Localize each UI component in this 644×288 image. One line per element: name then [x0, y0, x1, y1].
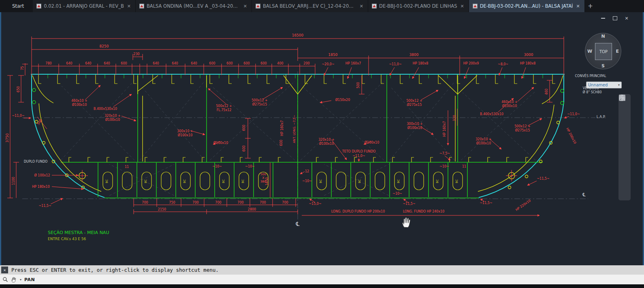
drawing-label: 8250	[100, 44, 109, 48]
drawing-label: FL.75x12	[217, 108, 232, 112]
drawing-label: ℄	[582, 192, 586, 198]
drawing-label: SEÇÃO MESTRA - MEIA NAU	[48, 230, 109, 235]
drawing-label: BC	[222, 179, 225, 183]
drawing-label: 700	[260, 201, 266, 204]
tab-close-icon[interactable]: ✕	[460, 4, 465, 9]
restore-icon[interactable]	[612, 15, 618, 21]
drawing-label: HP 180x8	[520, 62, 535, 65]
drawing-file-icon	[372, 4, 377, 9]
drawing-label: ANT. LONG. ~7,5~	[292, 115, 296, 143]
drawing-label: L.A.P.	[597, 115, 606, 119]
drawing-tab[interactable]: DE-BBJ-03-002-PLAN...AU) - BALSA JATAÍ ✕	[469, 0, 585, 12]
drawing-label: 500x12 +	[216, 104, 232, 108]
drawing-label: 700	[282, 201, 288, 204]
viewcube-west[interactable]: W	[587, 49, 592, 54]
viewcube-top-button[interactable]: TOP	[595, 43, 612, 60]
drawing-tab[interactable]: DE-BBJ-01-002-PLANO DE LINHAS ✕	[368, 0, 469, 12]
drawing-label: 2150	[158, 208, 166, 211]
tab-close-icon[interactable]: ✕	[243, 4, 248, 9]
drawing-label: B.400x530x10	[94, 107, 117, 111]
drawing-label: BC	[241, 179, 245, 183]
tab-close-icon[interactable]: ✕	[126, 4, 132, 9]
drawing-label: 320x10 +	[104, 114, 120, 118]
drawing-label: 640	[104, 62, 110, 65]
drawing-label: 600	[121, 62, 127, 65]
drawing-label: Ø100x10	[365, 140, 379, 144]
drawing-file-icon	[36, 4, 41, 9]
tab-close-icon[interactable]: ✕	[575, 4, 580, 9]
drawing-file-icon	[473, 4, 478, 9]
drawing-label: 750	[169, 201, 175, 204]
drawing-label: 600	[279, 140, 283, 146]
drawing-label: 11	[125, 165, 129, 169]
drawing-label: ~11,0~	[567, 112, 580, 116]
new-tab-button[interactable]: +	[585, 0, 596, 12]
drawing-label: 300x10 +	[407, 122, 422, 126]
drawing-label: BC	[455, 179, 458, 183]
model-space-canvas[interactable]: 1650082502301850380030007806406406406006…	[0, 12, 644, 265]
command-prompt-text: Press ESC or ENTER to exit, or right-cli…	[11, 267, 219, 273]
view-control-dropdown[interactable]: Unnamed ▾	[586, 82, 622, 88]
drawing-label: TETO DUPLO FUNDO	[342, 150, 375, 153]
status-bar: ▾ PAN	[0, 275, 644, 284]
drawing-label: 460x10 +	[501, 100, 517, 104]
drawing-label: Ø275x15	[252, 102, 267, 106]
drawing-label: Ø100x10	[213, 141, 228, 145]
navigation-bar	[618, 94, 631, 200]
drawing-label: 640	[153, 62, 159, 65]
drawing-label: ~10~	[245, 165, 255, 168]
command-close-icon[interactable]: ✕	[1, 267, 8, 273]
drawing-tab[interactable]: 0.02.01 - ARRANJO GERAL - REV_B ✕	[33, 0, 136, 12]
drawing-label: ~7,5~	[439, 152, 450, 155]
tab-label: DE-BBJ-01-002-PLANO DE LINHAS	[379, 3, 457, 9]
drawing-label: 320x10 +	[476, 138, 491, 141]
drawing-label: 460x10 +	[71, 99, 87, 103]
drawing-labels: 1650082502301850380030007806406406406006…	[5, 33, 606, 241]
viewcube-north[interactable]: N	[601, 34, 605, 39]
drawing-label: 640	[85, 62, 91, 65]
window-controls: ✕	[600, 15, 629, 21]
drawing-label: 460	[545, 88, 548, 95]
start-tab[interactable]: Start	[0, 0, 33, 12]
drawing-label: ~8,0~	[498, 62, 508, 66]
showmotion-icon[interactable]	[618, 94, 626, 101]
command-line-bar[interactable]: ✕ Press ESC or ENTER to exit, or right-c…	[0, 265, 644, 275]
tab-label: 0.02.01 - ARRANJO GERAL - REV_B	[44, 3, 124, 9]
dimension-lines	[7, 37, 569, 215]
drawing-label: 600	[209, 62, 215, 65]
drawing-label: 12	[305, 170, 309, 173]
drawing-label: CONVÉS PRINCIPAL	[575, 73, 606, 78]
drawing-label: 200	[303, 62, 309, 65]
drawing-label: X	[262, 176, 264, 180]
chevron-down-icon: ▾	[20, 278, 21, 282]
drawing-tab[interactable]: BALSA BELOV_ARRJ...EV C)_12-04-2012* ✕	[252, 0, 368, 12]
view-control-value: Unnamed	[588, 83, 608, 87]
drawing-label: ~10~	[212, 165, 222, 168]
tab-close-icon[interactable]: ✕	[359, 4, 364, 9]
drawing-label: 600	[242, 125, 246, 131]
viewcube-south[interactable]: S	[601, 63, 605, 69]
drawing-label: 11	[462, 165, 466, 168]
drawing-label: 75	[21, 66, 24, 70]
viewcube-east[interactable]: E	[616, 49, 619, 54]
drawing-label: 600	[260, 62, 267, 65]
close-icon[interactable]: ✕	[624, 15, 629, 21]
minimize-icon[interactable]	[600, 15, 606, 21]
drawing-label: ~11,5~	[403, 202, 415, 206]
drawing-label: 700	[237, 201, 243, 204]
file-tab-bar: Start 0.02.01 - ARRANJO GERAL - REV_B ✕ …	[0, 0, 644, 13]
drawing-label: Ø150x20	[335, 98, 350, 102]
drawing-label: ~11,5~	[38, 204, 51, 208]
drawing-label: Ø100x10	[72, 103, 87, 107]
drawing-label: 500	[356, 82, 360, 88]
drawing-label: BC	[144, 179, 147, 183]
open-drawing-tabs: 0.02.01 - ARRANJO GERAL - REV_B ✕ BALSA …	[33, 0, 584, 12]
tab-label: BALSA BELOV_ARRJ...EV C)_12-04-2012*	[263, 3, 356, 9]
pan-status-icon	[11, 277, 17, 283]
drawing-label: 1850	[328, 53, 338, 57]
drawing-label: ~11,0~	[352, 154, 365, 158]
viewcube-compass[interactable]: N S W E TOP	[585, 33, 621, 69]
drawing-label: HP 200x9	[463, 62, 479, 65]
drawing-tab[interactable]: BALSA ONDINA (MO...EV A _03-04-2013* ✕	[136, 0, 252, 12]
drawing-label: ~15,0~	[309, 202, 321, 206]
